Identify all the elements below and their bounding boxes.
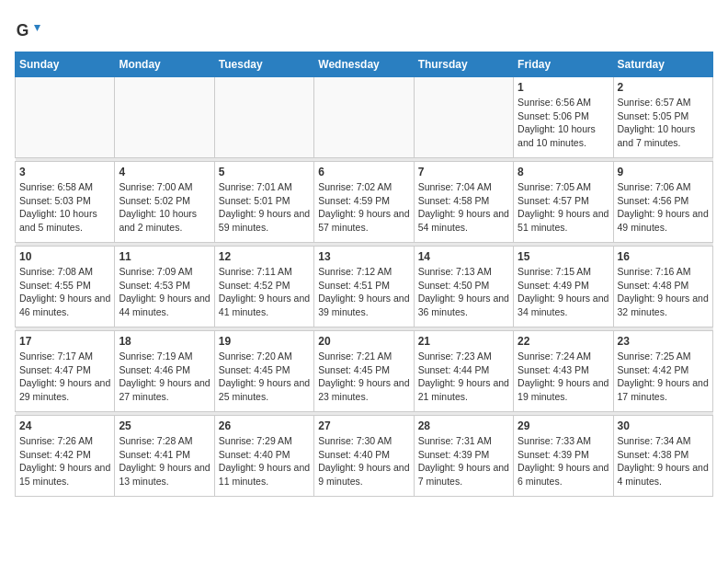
calendar-cell: 17Sunrise: 7:17 AM Sunset: 4:47 PM Dayli… <box>16 331 115 412</box>
calendar-cell: 5Sunrise: 7:01 AM Sunset: 5:01 PM Daylig… <box>214 162 313 243</box>
day-info: Sunrise: 6:56 AM Sunset: 5:06 PM Dayligh… <box>518 96 609 150</box>
day-number: 19 <box>219 335 310 348</box>
day-info: Sunrise: 7:06 AM Sunset: 4:56 PM Dayligh… <box>618 180 709 235</box>
day-info: Sunrise: 7:21 AM Sunset: 4:45 PM Dayligh… <box>318 350 409 404</box>
day-number: 17 <box>19 335 110 348</box>
day-number: 26 <box>219 419 310 432</box>
day-info: Sunrise: 7:24 AM Sunset: 4:43 PM Dayligh… <box>518 350 609 404</box>
day-info: Sunrise: 7:04 AM Sunset: 4:58 PM Dayligh… <box>418 180 509 235</box>
calendar-cell: 27Sunrise: 7:30 AM Sunset: 4:40 PM Dayli… <box>314 416 414 497</box>
calendar-cell: 19Sunrise: 7:20 AM Sunset: 4:45 PM Dayli… <box>214 331 313 412</box>
calendar-cell <box>16 77 115 158</box>
day-number: 23 <box>618 335 709 348</box>
day-number: 16 <box>618 250 709 263</box>
calendar-week-3: 10Sunrise: 7:08 AM Sunset: 4:55 PM Dayli… <box>16 247 713 327</box>
day-info: Sunrise: 7:28 AM Sunset: 4:41 PM Dayligh… <box>119 434 210 488</box>
calendar-cell: 2Sunrise: 6:57 AM Sunset: 5:05 PM Daylig… <box>613 77 712 158</box>
day-number: 12 <box>219 250 310 263</box>
day-info: Sunrise: 7:09 AM Sunset: 4:53 PM Dayligh… <box>119 265 210 319</box>
calendar-cell: 24Sunrise: 7:26 AM Sunset: 4:42 PM Dayli… <box>16 416 115 497</box>
day-number: 25 <box>119 419 210 432</box>
day-info: Sunrise: 7:34 AM Sunset: 4:38 PM Dayligh… <box>618 434 709 488</box>
day-number: 1 <box>518 81 609 94</box>
calendar-cell: 29Sunrise: 7:33 AM Sunset: 4:39 PM Dayli… <box>514 416 613 497</box>
day-number: 10 <box>19 250 110 263</box>
logo: G <box>15 18 44 44</box>
calendar-header-row: SundayMondayTuesdayWednesdayThursdayFrid… <box>16 52 713 77</box>
day-info: Sunrise: 7:25 AM Sunset: 4:42 PM Dayligh… <box>618 350 709 404</box>
calendar-cell: 26Sunrise: 7:29 AM Sunset: 4:40 PM Dayli… <box>214 416 313 497</box>
day-info: Sunrise: 7:29 AM Sunset: 4:40 PM Dayligh… <box>219 434 310 488</box>
day-number: 2 <box>618 81 709 94</box>
calendar-week-2: 3Sunrise: 6:58 AM Sunset: 5:03 PM Daylig… <box>16 162 713 243</box>
day-number: 18 <box>119 335 210 348</box>
day-info: Sunrise: 7:08 AM Sunset: 4:55 PM Dayligh… <box>19 265 110 319</box>
calendar-cell: 25Sunrise: 7:28 AM Sunset: 4:41 PM Dayli… <box>115 416 214 497</box>
day-number: 28 <box>418 419 509 432</box>
calendar-cell: 10Sunrise: 7:08 AM Sunset: 4:55 PM Dayli… <box>16 247 115 327</box>
day-info: Sunrise: 7:12 AM Sunset: 4:51 PM Dayligh… <box>318 265 409 319</box>
day-info: Sunrise: 7:31 AM Sunset: 4:39 PM Dayligh… <box>418 434 509 488</box>
day-number: 20 <box>318 335 409 348</box>
day-number: 3 <box>19 166 110 178</box>
day-info: Sunrise: 7:17 AM Sunset: 4:47 PM Dayligh… <box>19 350 110 404</box>
calendar-cell: 3Sunrise: 6:58 AM Sunset: 5:03 PM Daylig… <box>16 162 115 243</box>
calendar-cell: 12Sunrise: 7:11 AM Sunset: 4:52 PM Dayli… <box>214 247 313 327</box>
logo-icon: G <box>15 18 40 44</box>
day-number: 4 <box>119 166 210 178</box>
calendar-cell <box>214 77 313 158</box>
calendar-cell: 1Sunrise: 6:56 AM Sunset: 5:06 PM Daylig… <box>514 77 613 158</box>
day-number: 13 <box>318 250 409 263</box>
day-info: Sunrise: 7:20 AM Sunset: 4:45 PM Dayligh… <box>219 350 310 404</box>
day-number: 6 <box>318 166 409 178</box>
day-number: 29 <box>518 419 609 432</box>
day-info: Sunrise: 7:01 AM Sunset: 5:01 PM Dayligh… <box>219 180 310 235</box>
calendar-cell: 23Sunrise: 7:25 AM Sunset: 4:42 PM Dayli… <box>613 331 712 412</box>
calendar-cell <box>314 77 414 158</box>
day-info: Sunrise: 7:30 AM Sunset: 4:40 PM Dayligh… <box>318 434 409 488</box>
calendar-cell: 7Sunrise: 7:04 AM Sunset: 4:58 PM Daylig… <box>414 162 513 243</box>
calendar-cell: 22Sunrise: 7:24 AM Sunset: 4:43 PM Dayli… <box>514 331 613 412</box>
day-number: 5 <box>219 166 310 178</box>
day-info: Sunrise: 7:33 AM Sunset: 4:39 PM Dayligh… <box>518 434 609 488</box>
calendar-cell: 6Sunrise: 7:02 AM Sunset: 4:59 PM Daylig… <box>314 162 414 243</box>
day-number: 21 <box>418 335 509 348</box>
day-info: Sunrise: 6:57 AM Sunset: 5:05 PM Dayligh… <box>618 96 709 150</box>
day-info: Sunrise: 7:13 AM Sunset: 4:50 PM Dayligh… <box>418 265 509 319</box>
calendar-header-tuesday: Tuesday <box>214 52 313 77</box>
calendar-cell: 21Sunrise: 7:23 AM Sunset: 4:44 PM Dayli… <box>414 331 513 412</box>
day-number: 11 <box>119 250 210 263</box>
calendar-cell: 16Sunrise: 7:16 AM Sunset: 4:48 PM Dayli… <box>613 247 712 327</box>
calendar-cell: 13Sunrise: 7:12 AM Sunset: 4:51 PM Dayli… <box>314 247 414 327</box>
day-info: Sunrise: 7:05 AM Sunset: 4:57 PM Dayligh… <box>518 180 609 235</box>
day-info: Sunrise: 7:15 AM Sunset: 4:49 PM Dayligh… <box>518 265 609 319</box>
svg-marker-1 <box>34 25 40 31</box>
calendar-header-thursday: Thursday <box>414 52 513 77</box>
calendar-cell <box>414 77 513 158</box>
calendar-header-monday: Monday <box>115 52 214 77</box>
day-info: Sunrise: 7:16 AM Sunset: 4:48 PM Dayligh… <box>618 265 709 319</box>
day-info: Sunrise: 6:58 AM Sunset: 5:03 PM Dayligh… <box>19 180 110 235</box>
calendar-week-4: 17Sunrise: 7:17 AM Sunset: 4:47 PM Dayli… <box>16 331 713 412</box>
day-number: 8 <box>518 166 609 178</box>
calendar-header-wednesday: Wednesday <box>314 52 414 77</box>
calendar-week-1: 1Sunrise: 6:56 AM Sunset: 5:06 PM Daylig… <box>16 77 713 158</box>
day-number: 9 <box>618 166 709 178</box>
day-info: Sunrise: 7:02 AM Sunset: 4:59 PM Dayligh… <box>318 180 409 235</box>
day-info: Sunrise: 7:23 AM Sunset: 4:44 PM Dayligh… <box>418 350 509 404</box>
calendar-cell: 30Sunrise: 7:34 AM Sunset: 4:38 PM Dayli… <box>613 416 712 497</box>
day-info: Sunrise: 7:19 AM Sunset: 4:46 PM Dayligh… <box>119 350 210 404</box>
day-number: 14 <box>418 250 509 263</box>
day-info: Sunrise: 7:11 AM Sunset: 4:52 PM Dayligh… <box>219 265 310 319</box>
calendar-body: 1Sunrise: 6:56 AM Sunset: 5:06 PM Daylig… <box>16 77 713 497</box>
page-header: G <box>15 15 713 44</box>
calendar-header-saturday: Saturday <box>613 52 712 77</box>
calendar-header-sunday: Sunday <box>16 52 115 77</box>
calendar-header-friday: Friday <box>514 52 613 77</box>
calendar-cell <box>115 77 214 158</box>
calendar-cell: 18Sunrise: 7:19 AM Sunset: 4:46 PM Dayli… <box>115 331 214 412</box>
day-number: 22 <box>518 335 609 348</box>
calendar-cell: 11Sunrise: 7:09 AM Sunset: 4:53 PM Dayli… <box>115 247 214 327</box>
day-number: 27 <box>318 419 409 432</box>
day-number: 15 <box>518 250 609 263</box>
